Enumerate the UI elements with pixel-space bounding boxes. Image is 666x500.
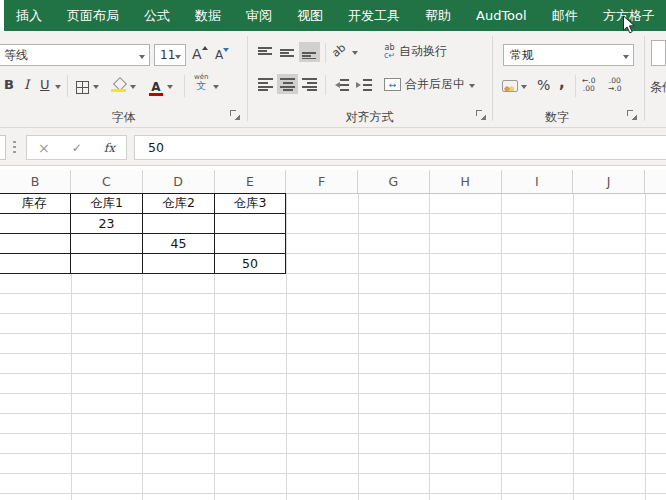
drag-handle-icon[interactable] [13, 140, 16, 155]
insert-function-button[interactable]: fx [104, 141, 115, 155]
orientation-button[interactable]: ab [329, 41, 348, 60]
tab-review[interactable]: 审阅 [246, 7, 272, 25]
wrap-text-icon: ab c↵ [384, 44, 395, 60]
fill-color-dropdown-icon[interactable] [130, 85, 136, 92]
ribbon-tab-bar: 插入 页面布局 公式 数据 审阅 视图 开发工具 帮助 AudTool 邮件 方… [0, 0, 666, 31]
fill-color-button[interactable] [111, 77, 127, 96]
table-cell[interactable]: 50 [215, 254, 286, 274]
cancel-button[interactable]: × [38, 140, 50, 156]
column-header-G[interactable]: G [358, 170, 430, 193]
align-middle-icon [280, 46, 295, 59]
align-left-icon [258, 78, 273, 91]
formula-input[interactable]: 50 [134, 135, 666, 160]
currency-icon [502, 80, 518, 92]
accounting-dropdown-icon[interactable] [521, 85, 527, 92]
percent-style-button[interactable]: % [537, 77, 550, 93]
table-cell[interactable]: 库存 [0, 194, 71, 214]
tab-help[interactable]: 帮助 [425, 7, 451, 25]
align-middle-button[interactable] [277, 42, 298, 62]
increase-indent-icon [355, 79, 372, 92]
table-cell[interactable]: 23 [71, 214, 143, 234]
formula-buttons: × ✓ fx [26, 135, 127, 160]
tab-mail[interactable]: 邮件 [552, 7, 578, 25]
italic-button[interactable]: I [24, 77, 29, 92]
shrink-font-icon: A [215, 48, 223, 62]
underline-button[interactable]: U [40, 77, 50, 92]
phonetic-dropdown-icon[interactable] [213, 85, 219, 92]
table-cell[interactable]: 仓库1 [71, 194, 143, 214]
table-cell[interactable] [71, 234, 143, 254]
borders-icon [76, 81, 89, 94]
table-cell[interactable] [0, 234, 71, 254]
tab-page-layout[interactable]: 页面布局 [67, 7, 119, 25]
table-cell[interactable] [143, 214, 215, 234]
formula-bar: × ✓ fx 50 [0, 128, 666, 166]
increase-font-size-button[interactable]: A [192, 46, 208, 62]
font-color-button[interactable]: A [149, 76, 163, 96]
decrease-decimal-button[interactable]: .00 →.0 [608, 77, 621, 93]
orientation-dropdown-icon[interactable] [352, 51, 358, 58]
accounting-format-button[interactable] [502, 77, 518, 96]
left-edge-sliver [0, 0, 4, 31]
conditional-formatting-button-partial[interactable]: 条件格式 [650, 79, 666, 96]
table-cell[interactable] [215, 234, 286, 254]
paint-bucket-icon [111, 78, 127, 92]
tab-data[interactable]: 数据 [195, 7, 221, 25]
column-header-F[interactable]: F [286, 170, 358, 193]
column-header-H[interactable]: H [430, 170, 502, 193]
column-header-E[interactable]: E [215, 170, 287, 193]
merge-dropdown-icon [469, 84, 475, 91]
align-center-button[interactable] [277, 74, 298, 94]
align-right-button[interactable] [299, 74, 320, 94]
font-group-label: 字体 [0, 109, 247, 126]
table-cell[interactable] [0, 254, 71, 274]
decrease-font-size-button[interactable]: A [215, 48, 229, 62]
font-dialog-launcher[interactable] [230, 110, 240, 120]
enter-button[interactable]: ✓ [72, 141, 82, 155]
column-header-D[interactable]: D [143, 170, 215, 193]
sheet-grid[interactable]: 库存 仓库1 仓库2 仓库3 23 45 50 Baidu 经验 [0, 194, 666, 500]
wrap-text-button[interactable]: ab c↵ 自动换行 [384, 43, 447, 60]
column-header-J[interactable]: J [573, 170, 645, 193]
alignment-dialog-launcher[interactable] [476, 110, 486, 120]
comma-style-button[interactable]: , [559, 74, 565, 92]
align-bottom-button[interactable] [299, 42, 320, 62]
decrease-indent-button[interactable] [332, 77, 349, 96]
borders-button[interactable] [76, 79, 89, 98]
grow-font-icon: A [192, 46, 202, 62]
tab-audtool[interactable]: AudTool [476, 8, 527, 23]
table-cell[interactable] [143, 254, 215, 274]
increase-indent-button[interactable] [355, 77, 372, 96]
bold-button[interactable]: B [4, 77, 14, 92]
align-top-button[interactable] [255, 42, 276, 62]
column-header-I[interactable]: I [502, 170, 574, 193]
excel-window: 插入 页面布局 公式 数据 审阅 视图 开发工具 帮助 AudTool 邮件 方… [0, 0, 666, 500]
number-format-combobox[interactable]: 常规 [503, 44, 634, 66]
font-name-combobox[interactable]: 等线 [0, 44, 150, 66]
increase-decimal-button[interactable]: ←.0 .00 [582, 77, 595, 93]
tab-formulas[interactable]: 公式 [144, 7, 170, 25]
decrease-decimal-icon2: →.0 [608, 85, 621, 93]
name-box-partial[interactable] [0, 135, 6, 160]
tab-developer[interactable]: 开发工具 [348, 7, 400, 25]
merge-center-button[interactable]: ↔ 合并后居中 [384, 76, 475, 93]
font-size-combobox[interactable]: 11 [154, 44, 186, 66]
column-header-C[interactable]: C [71, 170, 143, 193]
table-cell[interactable]: 仓库3 [215, 194, 286, 214]
phonetic-guide-button[interactable]: wén 文 [194, 74, 208, 91]
align-left-button[interactable] [255, 74, 276, 94]
underline-dropdown-icon[interactable] [55, 85, 61, 92]
number-dialog-launcher[interactable] [627, 110, 637, 120]
table-cell[interactable] [0, 214, 71, 234]
alignment-group-label: 对齐方式 [247, 109, 492, 126]
tab-view[interactable]: 视图 [297, 7, 323, 25]
table-cell[interactable] [215, 214, 286, 234]
tab-insert[interactable]: 插入 [16, 7, 42, 25]
table-cell[interactable]: 仓库2 [143, 194, 215, 214]
borders-dropdown-icon[interactable] [93, 85, 99, 92]
table-cell[interactable] [71, 254, 143, 274]
font-color-dropdown-icon[interactable] [167, 85, 173, 92]
table-cell[interactable]: 45 [143, 234, 215, 254]
column-header-partial[interactable] [645, 170, 666, 193]
column-header-B[interactable]: B [0, 170, 71, 193]
